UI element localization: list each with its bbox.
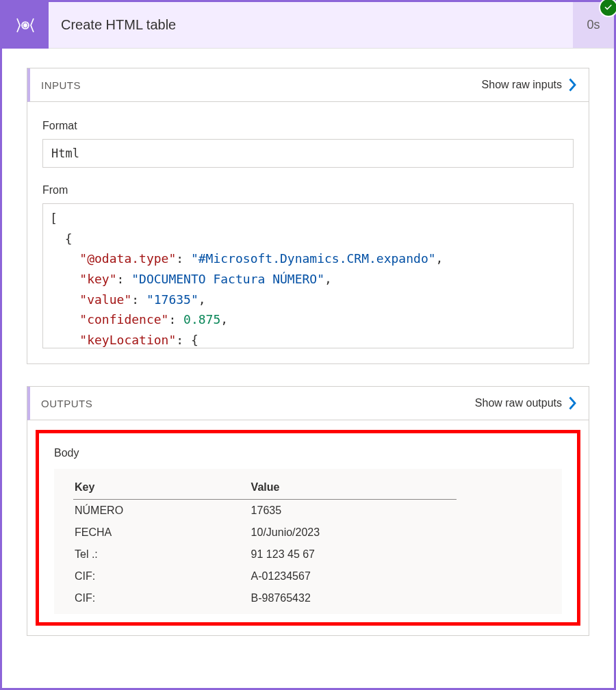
- inputs-panel: INPUTS Show raw inputs Format Html From …: [27, 68, 589, 364]
- status-success-badge: [599, 0, 616, 17]
- body-html-viewer[interactable]: Key Value NÚMERO 17635 FECHA: [54, 469, 562, 614]
- cell-key: CIF:: [73, 587, 250, 609]
- inputs-panel-header: INPUTS Show raw inputs: [27, 68, 589, 102]
- chevron-right-icon: [569, 396, 576, 410]
- outputs-panel-header: OUTPUTS Show raw outputs: [27, 387, 589, 420]
- inputs-panel-title: INPUTS: [41, 79, 482, 91]
- outputs-panel-title: OUTPUTS: [41, 398, 475, 409]
- cell-key: FECHA: [73, 522, 250, 544]
- cell-key: NÚMERO: [73, 500, 250, 522]
- show-raw-outputs-label: Show raw outputs: [475, 397, 562, 409]
- cell-key: CIF:: [73, 565, 250, 587]
- action-title: Create HTML table: [49, 2, 573, 48]
- table-row: FECHA 10/Junio/2023: [73, 522, 457, 544]
- from-json-viewer[interactable]: [ { "@odata.type": "#Microsoft.Dynamics.…: [42, 203, 574, 348]
- cell-value: 10/Junio/2023: [250, 522, 457, 544]
- outputs-panel: OUTPUTS Show raw outputs Body: [27, 386, 589, 636]
- chevron-right-icon: [569, 78, 576, 92]
- action-icon-box: [2, 2, 49, 49]
- data-operations-icon: [13, 13, 38, 38]
- action-header: Create HTML table 0s: [2, 2, 614, 49]
- cell-value: A-01234567: [250, 565, 457, 587]
- show-raw-inputs-link[interactable]: Show raw inputs: [482, 78, 576, 92]
- cell-value: 17635: [250, 500, 457, 522]
- body-highlighted-section: Body Key Value NÚMERO: [36, 430, 580, 626]
- table-header-key: Key: [73, 478, 250, 500]
- format-label: Format: [42, 120, 574, 132]
- table-header-value: Value: [250, 478, 457, 500]
- checkmark-icon: [603, 2, 614, 13]
- table-row: CIF: A-01234567: [73, 565, 457, 587]
- table-row: CIF: B-98765432: [73, 587, 457, 609]
- cell-value: B-98765432: [250, 587, 457, 609]
- show-raw-outputs-link[interactable]: Show raw outputs: [475, 396, 576, 410]
- cell-key: Tel .:: [73, 544, 250, 565]
- output-table: Key Value NÚMERO 17635 FECHA: [73, 478, 457, 609]
- from-label: From: [42, 184, 574, 196]
- table-row: Tel .: 91 123 45 67: [73, 544, 457, 565]
- body-label: Body: [54, 447, 562, 459]
- table-row: NÚMERO 17635: [73, 500, 457, 522]
- show-raw-inputs-label: Show raw inputs: [482, 79, 562, 91]
- cell-value: 91 123 45 67: [250, 544, 457, 565]
- format-value: Html: [42, 139, 574, 168]
